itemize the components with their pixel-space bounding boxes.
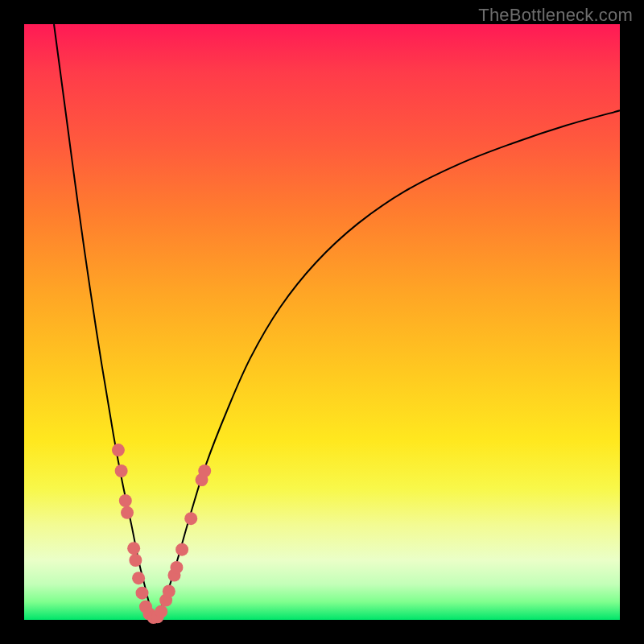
- scatter-dot: [175, 543, 188, 556]
- scatter-dot: [163, 584, 175, 597]
- scatter-dot: [136, 587, 149, 600]
- chart-svg: [24, 24, 620, 620]
- scatter-dot: [112, 444, 125, 456]
- scatter-dot: [121, 506, 134, 519]
- scatter-dot: [184, 512, 197, 525]
- scatter-dot: [127, 542, 140, 555]
- plot-area: [24, 24, 620, 620]
- scatter-dot: [198, 464, 211, 477]
- scatter-dot: [132, 572, 145, 584]
- scatter-dots: [112, 444, 211, 624]
- curve-right-branch: [155, 110, 620, 620]
- scatter-dot: [155, 605, 167, 618]
- watermark-text: TheBottleneck.com: [478, 5, 633, 26]
- curve-left-branch: [54, 24, 155, 620]
- scatter-dot: [129, 554, 142, 567]
- scatter-dot: [170, 561, 183, 574]
- scatter-dot: [115, 464, 128, 477]
- scatter-dot: [119, 494, 132, 507]
